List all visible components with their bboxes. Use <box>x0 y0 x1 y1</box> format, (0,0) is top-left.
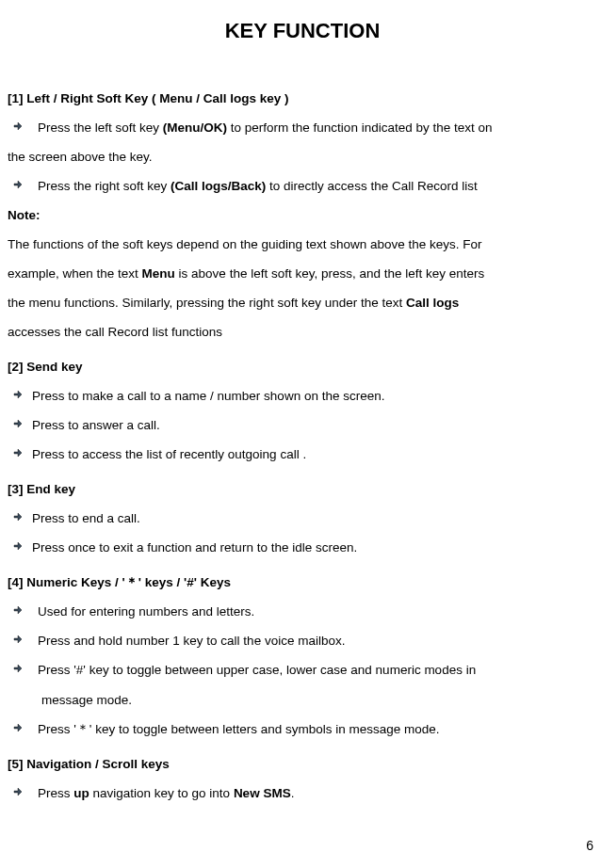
bullet-text: Press once to exit a function and return… <box>32 533 597 562</box>
section2-head: [2] Send key <box>8 352 597 381</box>
s5-bullet1: Press up navigation key to go into New S… <box>8 779 597 808</box>
section5-head: [5] Navigation / Scroll keys <box>8 749 597 779</box>
s4-bullet1: Used for entering numbers and letters. <box>8 597 597 626</box>
bullet-text: Press '#' key to toggle between upper ca… <box>38 655 597 684</box>
arrow-right-icon <box>13 787 23 796</box>
body-text: the screen above the key. <box>8 142 597 171</box>
s2-bullet1: Press to make a call to a name / number … <box>8 381 597 410</box>
s4-bullet3: Press '#' key to toggle between upper ca… <box>8 655 597 684</box>
s4-bullet4: Press '＊' key to toggle between letters … <box>8 715 597 744</box>
bullet-text: Press up navigation key to go into New S… <box>38 779 597 808</box>
note-label: Note: <box>8 201 597 230</box>
section1-head: [1] Left / Right Soft Key ( Menu / Call … <box>8 84 597 113</box>
s1-bullet2: Press the right soft key (Call logs/Back… <box>8 171 597 201</box>
bullet-text: Press to answer a call. <box>32 410 597 440</box>
s1-bullet1: Press the left soft key (Menu/OK) to per… <box>8 113 597 142</box>
bullet-text: Press '＊' key to toggle between letters … <box>38 715 597 744</box>
bullet-text: Used for entering numbers and letters. <box>38 597 597 626</box>
bullet-text: Press to access the list of recently out… <box>32 440 597 469</box>
arrow-right-icon <box>13 605 23 615</box>
s4-bullet2: Press and hold number 1 key to call the … <box>8 626 597 655</box>
arrow-right-icon <box>13 390 23 399</box>
arrow-right-icon <box>13 664 23 673</box>
arrow-right-icon <box>13 419 23 428</box>
arrow-right-icon <box>13 448 23 458</box>
section4-head: [4] Numeric Keys / '＊' keys / '#' Keys <box>8 568 597 597</box>
s2-bullet2: Press to answer a call. <box>8 410 597 440</box>
page-number: 6 <box>586 830 593 860</box>
note-line: example, when the text Menu is above the… <box>8 259 597 288</box>
s3-bullet1: Press to end a call. <box>8 504 597 533</box>
bullet-text: Press to make a call to a name / number … <box>32 381 597 410</box>
arrow-right-icon <box>13 635 23 644</box>
note-line: the menu functions. Similarly, pressing … <box>8 288 597 317</box>
s3-bullet2: Press once to exit a function and return… <box>8 533 597 562</box>
bullet-text: Press and hold number 1 key to call the … <box>38 626 597 655</box>
bullet-text: Press to end a call. <box>32 504 597 533</box>
arrow-right-icon <box>13 512 23 522</box>
note-line: The functions of the soft keys depend on… <box>8 230 597 259</box>
bullet-text: Press the right soft key (Call logs/Back… <box>38 171 597 201</box>
arrow-right-icon <box>13 723 23 732</box>
s2-bullet3: Press to access the list of recently out… <box>8 440 597 469</box>
arrow-right-icon <box>13 121 23 131</box>
bullet-text: Press the left soft key (Menu/OK) to per… <box>38 113 597 142</box>
note-line: accesses the call Record list functions <box>8 317 597 346</box>
arrow-right-icon <box>13 541 23 551</box>
arrow-right-icon <box>13 180 23 189</box>
section3-head: [3] End key <box>8 474 597 504</box>
bullet-continuation: message mode. <box>8 685 597 715</box>
page-title: KEY FUNCTION <box>8 8 597 56</box>
